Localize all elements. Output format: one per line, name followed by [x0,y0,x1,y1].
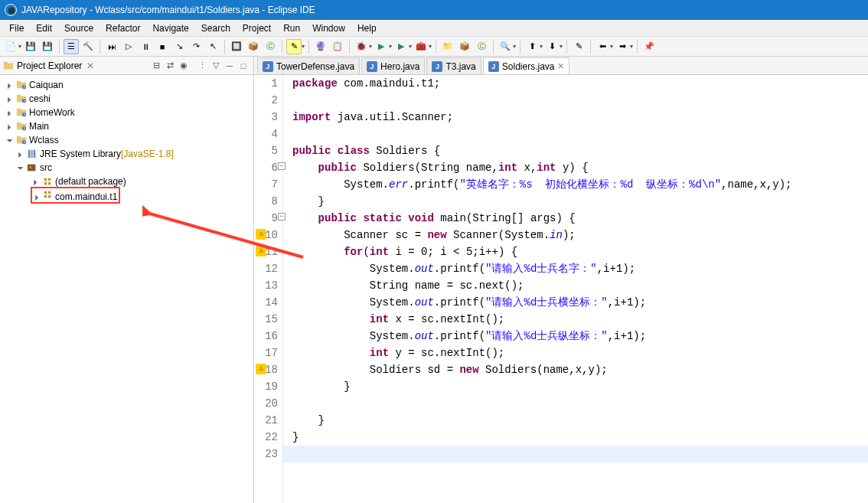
menu-project[interactable]: Project [237,21,277,35]
pin-button[interactable]: 📌 [641,39,657,54]
expand-arrow-icon[interactable]: ⏵ [5,122,15,131]
expand-arrow-icon[interactable]: ⏵ [5,109,15,117]
package-com-maindui-t1[interactable]: ⏵com.maindui.t1 [0,188,253,202]
step-return-button[interactable]: ↖ [205,39,220,54]
last-edit-button[interactable]: ✎ [571,39,586,54]
view-menu-button[interactable]: ▽ [209,59,223,73]
dropdown-arrow-icon[interactable]: ▾ [513,43,516,50]
code-line[interactable]: System.err.printf("英雄名字：%s 初始化横坐标：%d 纵坐标… [292,176,868,193]
toggle-mark-button[interactable]: ✎ [286,39,302,54]
code-line[interactable]: public Soldiers(String name,int x,int y)… [292,159,868,176]
project-tree[interactable]: ⏵JCaiquan⏵Jceshi⏵JHomeWork⏵JMain⏷JWclass… [0,75,253,205]
code-line[interactable] [292,126,868,142]
wizard2-button[interactable]: 📋 [330,39,345,54]
expand-arrow-icon[interactable]: ⏵ [34,193,41,201]
collapse-all-button[interactable]: ⊟ [149,59,163,73]
code-line[interactable]: public static void main(String[] args) { [292,210,868,227]
next-annotation-button[interactable]: ⬇ [544,39,560,54]
filter-button[interactable]: ⋮ [195,59,209,73]
dropdown-arrow-icon[interactable]: ▾ [560,43,563,50]
dropdown-arrow-icon[interactable]: ▾ [369,43,372,50]
project-wclass[interactable]: ⏷JWclass [0,133,253,147]
close-icon[interactable]: ✕ [86,60,94,71]
resume-button[interactable]: ▷ [121,39,136,54]
project-main[interactable]: ⏵JMain [0,119,253,133]
code-line[interactable] [292,395,868,412]
code-line[interactable]: Scanner sc = new Scanner(System.in); [292,227,868,243]
new-class-button[interactable]: Ⓒ [263,39,278,54]
back-button[interactable]: ⬅ [595,39,610,54]
code-editor[interactable]: 123456−789−⚠10⚠11121314151617⚠1819202122… [254,75,868,503]
skip-breakpoints-button[interactable]: ⏭ [104,39,119,54]
dropdown-arrow-icon[interactable]: ▾ [389,43,392,50]
code-line[interactable]: System.out.printf("请输入%d士兵纵坐标：",i+1); [292,328,868,345]
dropdown-arrow-icon[interactable]: ▾ [409,43,412,50]
search-button[interactable]: 🔍 [498,39,513,54]
code-line[interactable]: } [292,412,868,429]
menu-run[interactable]: Run [277,21,306,35]
project-homework[interactable]: ⏵JHomeWork [0,106,253,119]
code-content[interactable]: package com.maindui.t1; import java.util… [283,75,868,503]
terminate-button[interactable]: ■ [155,39,170,54]
menu-help[interactable]: Help [351,21,383,35]
external-tools-button[interactable]: 🧰 [413,39,429,54]
close-tab-icon[interactable]: ✕ [557,61,564,71]
suspend-button[interactable]: ⏸ [138,39,153,54]
dropdown-arrow-icon[interactable]: ▾ [429,43,432,50]
new-package-button[interactable]: 📦 [246,39,261,54]
editor-tab-towerdefense[interactable]: JTowerDefense.java [257,57,360,74]
open-type-button[interactable]: 🔲 [229,39,244,54]
run-button[interactable]: ▶ [374,39,389,54]
editor-tab-t3[interactable]: JT3.java [426,57,481,74]
dropdown-arrow-icon[interactable]: ▾ [18,43,21,50]
forward-button[interactable]: ➡ [615,39,630,54]
menu-window[interactable]: Window [306,21,351,35]
link-editor-button[interactable]: ⇄ [163,59,177,73]
code-line[interactable]: int x = sc.nextInt(); [292,311,868,328]
code-line[interactable]: for(int i = 0; i < 5;i++) { [292,243,868,260]
tree-item-src[interactable]: ⏷src [0,161,253,175]
expand-arrow-icon[interactable]: ⏵ [31,178,41,186]
menu-refactor[interactable]: Refactor [100,21,146,35]
warning-icon[interactable]: ⚠ [256,364,266,374]
minimize-button[interactable]: ─ [223,59,237,73]
new-class2-button[interactable]: Ⓒ [474,39,489,54]
save-all-button[interactable]: 💾 [40,39,55,54]
project-ceshi[interactable]: ⏵Jceshi [0,92,253,106]
dropdown-arrow-icon[interactable]: ▾ [302,43,305,50]
code-line[interactable]: int y = sc.nextInt(); [292,345,868,361]
dropdown-arrow-icon[interactable]: ▾ [610,43,613,50]
step-into-button[interactable]: ↘ [171,39,187,54]
dropdown-arrow-icon[interactable]: ▾ [630,43,633,50]
code-line[interactable]: } [292,193,868,210]
code-line[interactable]: } [292,378,868,395]
editor-tab-soldiers[interactable]: JSoldiers.java✕ [483,57,570,74]
code-line[interactable]: import java.util.Scanner; [292,109,868,126]
expand-arrow-icon[interactable]: ⏵ [5,81,15,90]
editor-tab-hero[interactable]: JHero.java [361,57,425,74]
new-button[interactable]: 📄 [3,39,18,54]
code-line[interactable]: System.out.printf("请输入%d士兵名字：",i+1); [292,260,868,277]
step-over-button[interactable]: ↷ [188,39,204,54]
dropdown-arrow-icon[interactable]: ▾ [540,43,543,50]
warning-icon[interactable]: ⚠ [256,246,266,256]
menu-navigate[interactable]: Navigate [146,21,194,35]
tree-item-jre-system-library[interactable]: ⏵JRE System Library [JavaSE-1.8] [0,147,253,161]
menu-file[interactable]: File [3,21,30,35]
debug-button[interactable]: 🐞 [354,39,369,54]
code-line[interactable]: Soldiers sd = new Soldiers(name,x,y); [292,361,868,378]
code-line[interactable]: String name = sc.next(); [292,277,868,294]
warning-icon[interactable]: ⚠ [256,229,266,240]
prev-annotation-button[interactable]: ⬆ [524,39,540,54]
code-line[interactable]: public class Soldiers { [292,142,868,159]
project-caiquan[interactable]: ⏵JCaiquan [0,78,253,92]
expand-arrow-icon[interactable]: ⏵ [5,95,15,103]
code-line[interactable]: } [292,429,868,446]
menu-edit[interactable]: Edit [30,21,58,35]
wizard-button[interactable]: 🔮 [313,39,328,54]
expand-arrow-icon[interactable]: ⏵ [15,150,26,158]
coverage-button[interactable]: ▶ [393,39,409,54]
expand-arrow-icon[interactable]: ⏷ [15,164,26,172]
toggle-breadcrumb-button[interactable]: ☰ [64,39,79,54]
new-package2-button[interactable]: 📦 [457,39,472,54]
